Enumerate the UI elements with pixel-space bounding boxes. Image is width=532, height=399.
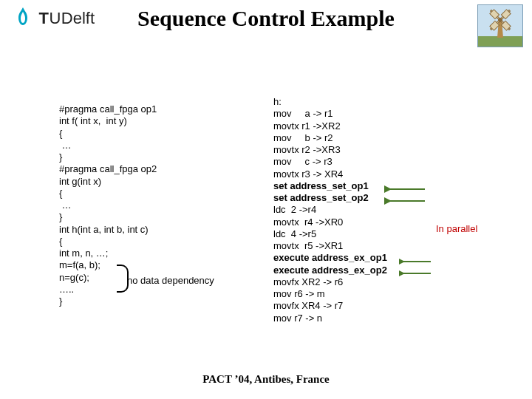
asm-line: movtx r4 ->XR0 xyxy=(273,216,387,228)
code-line: { xyxy=(59,128,157,140)
code-line: … xyxy=(59,140,157,151)
asm-line: execute address_ex_op1 xyxy=(273,252,387,264)
asm-line: mov r7 -> n xyxy=(273,313,387,324)
asm-line: mov a -> r1 xyxy=(273,108,387,120)
asm-line: movtx r1 ->XR2 xyxy=(273,120,387,132)
asm-line: set address_set_op1 xyxy=(273,180,387,192)
code-line: { xyxy=(59,188,157,200)
asm-line: mov b -> r2 xyxy=(273,132,387,144)
asm-line: ldc 4 ->r5 xyxy=(273,228,387,240)
code-line: m=f(a, b); xyxy=(59,259,157,271)
code-line: { xyxy=(59,236,157,248)
asm-line: mov c -> r3 xyxy=(273,156,387,168)
exec-arrow-1 xyxy=(399,253,434,267)
asm-line: movtx r5 ->XR1 xyxy=(273,240,387,252)
slide: TUDelft Sequence Control Example #pragma… xyxy=(0,0,532,399)
asm-line: ldc 2 ->r4 xyxy=(273,204,387,216)
asm-line: movtx r2 ->XR3 xyxy=(273,144,387,156)
asm-line: movfx XR2 -> r6 xyxy=(273,276,387,288)
in-parallel-label: In parallel xyxy=(436,223,477,234)
windmill-image xyxy=(477,4,523,47)
code-line: int f( int x, int y) xyxy=(59,115,157,127)
code-line: int h(int a, int b, int c) xyxy=(59,224,157,236)
code-line: } xyxy=(59,296,157,307)
slide-title: Sequence Control Example xyxy=(0,6,532,31)
code-line: } xyxy=(59,211,157,223)
footer-text: PACT ’04, Antibes, France xyxy=(0,373,532,386)
asm-line: movfx XR4 -> r7 xyxy=(273,300,387,312)
set-arrow-1 xyxy=(384,181,429,194)
code-line: int g(int x) xyxy=(59,176,157,188)
code-line: … xyxy=(59,200,157,211)
code-line: #pragma call_fpga op1 xyxy=(59,103,157,115)
exec-arrow-2 xyxy=(399,265,434,279)
svg-rect-1 xyxy=(478,36,522,47)
no-dependency-label: no data dependency xyxy=(127,275,214,286)
asm-line: set address_set_op2 xyxy=(273,192,387,204)
code-line: int m, n, …; xyxy=(59,248,157,259)
asm-line: execute address_ex_op2 xyxy=(273,265,387,276)
asm-line: movtx r3 -> XR4 xyxy=(273,168,387,180)
set-arrow-2 xyxy=(384,193,429,206)
asm-line: h: xyxy=(273,96,387,108)
asm-line: mov r6 -> m xyxy=(273,288,387,300)
code-line: } xyxy=(59,151,157,163)
assembly-code-block: h:mov a -> r1movtx r1 ->XR2mov b -> r2mo… xyxy=(273,96,387,324)
code-line: #pragma call_fpga op2 xyxy=(59,163,157,175)
